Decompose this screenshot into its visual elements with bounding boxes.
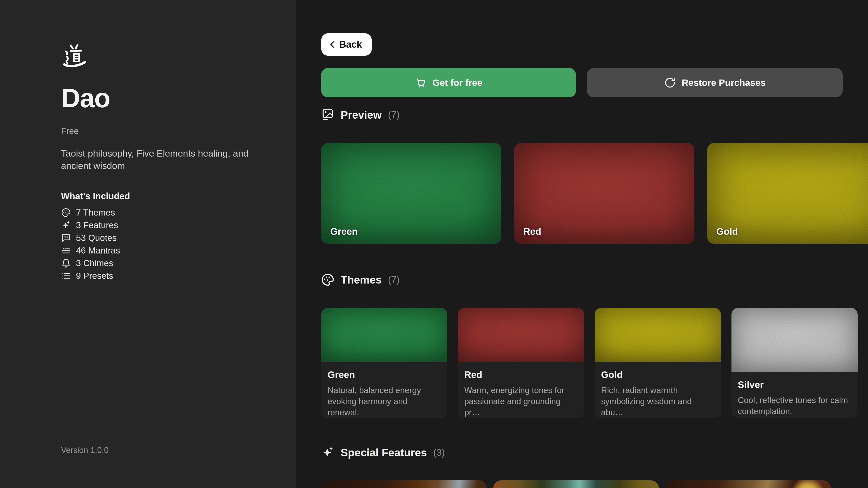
feature-card-1[interactable] bbox=[321, 480, 487, 488]
theme-card-silver[interactable]: Silver Cool, reflective tones for calm c… bbox=[732, 308, 858, 418]
theme-name: Green bbox=[328, 369, 441, 380]
theme-card-green[interactable]: Green Natural, balanced energy evoking h… bbox=[321, 308, 447, 418]
list-item-label: 3 Features bbox=[76, 220, 118, 230]
price-label: Free bbox=[61, 126, 259, 136]
app-window: Dao Free Taoist philosophy, Five Element… bbox=[0, 0, 868, 488]
theme-description: Rich, radiant warmth symbolizing wisdom … bbox=[601, 385, 715, 418]
list-item-label: 46 Mantras bbox=[76, 246, 120, 256]
preview-card-red[interactable]: Red bbox=[514, 143, 694, 244]
preview-card-label: Red bbox=[523, 226, 541, 237]
list-item-themes: 7 Themes bbox=[61, 206, 259, 219]
list-item-chimes: 3 Chimes bbox=[61, 257, 259, 269]
theme-row: Green Natural, balanced energy evoking h… bbox=[321, 308, 843, 418]
palette-icon bbox=[61, 207, 71, 218]
purchase-button-row: Get for free Restore Purchases bbox=[321, 68, 843, 97]
restore-purchases-label: Restore Purchases bbox=[682, 77, 766, 88]
list-item-label: 9 Presets bbox=[76, 271, 113, 281]
app-description: Taoist philosophy, Five Elements healing… bbox=[61, 147, 260, 172]
themes-section-title: Themes bbox=[341, 273, 381, 286]
feature-card-3[interactable] bbox=[665, 480, 831, 488]
theme-card-red[interactable]: Red Warm, energizing tones for passionat… bbox=[458, 308, 584, 418]
main-content: Back Get for free bbox=[296, 0, 868, 488]
list-item-mantras: 46 Mantras bbox=[61, 244, 259, 257]
app-title: Dao bbox=[61, 85, 259, 111]
preview-card-green[interactable]: Green bbox=[321, 143, 501, 244]
preview-row: Green Red Gold bbox=[321, 143, 843, 244]
get-for-free-button[interactable]: Get for free bbox=[321, 68, 576, 97]
preview-card-gold[interactable]: Gold bbox=[707, 143, 868, 244]
theme-swatch-red bbox=[458, 308, 584, 362]
theme-swatch-green bbox=[321, 308, 447, 362]
get-for-free-label: Get for free bbox=[432, 77, 483, 88]
sidebar: Dao Free Taoist philosophy, Five Element… bbox=[0, 0, 296, 488]
quote-bubble-icon bbox=[61, 233, 71, 243]
sparkles-icon bbox=[61, 220, 71, 230]
theme-swatch-silver bbox=[732, 308, 858, 372]
feature-card-2[interactable] bbox=[493, 480, 659, 488]
list-item-label: 7 Themes bbox=[76, 207, 115, 218]
theme-name: Red bbox=[464, 369, 578, 380]
list-item-label: 3 Chimes bbox=[76, 258, 113, 268]
text-quote-icon bbox=[61, 246, 71, 256]
whats-included-title: What's Included bbox=[61, 191, 259, 201]
images-icon bbox=[321, 108, 334, 121]
theme-description: Natural, balanced energy evoking harmony… bbox=[328, 385, 441, 418]
sparkles-icon bbox=[321, 446, 334, 459]
special-features-section-title: Special Features bbox=[341, 447, 427, 459]
preview-section-count: (7) bbox=[388, 109, 399, 120]
theme-card-gold[interactable]: Gold Rich, radiant warmth symbolizing wi… bbox=[595, 308, 721, 418]
chevron-left-icon bbox=[328, 40, 337, 49]
list-icon bbox=[61, 271, 71, 281]
theme-name: Gold bbox=[601, 369, 715, 380]
dao-logo-icon bbox=[61, 42, 88, 68]
special-features-section-count: (3) bbox=[433, 447, 445, 458]
themes-section-header: Themes (7) bbox=[321, 273, 843, 287]
list-item-label: 53 Quotes bbox=[76, 233, 117, 243]
palette-icon bbox=[321, 273, 334, 286]
list-item-presets: 9 Presets bbox=[61, 269, 259, 282]
restore-icon bbox=[664, 77, 676, 89]
special-features-row bbox=[321, 480, 843, 488]
theme-description: Warm, energizing tones for passionate an… bbox=[464, 385, 578, 418]
restore-purchases-button[interactable]: Restore Purchases bbox=[587, 68, 843, 97]
back-button[interactable]: Back bbox=[321, 33, 372, 56]
theme-name: Silver bbox=[738, 379, 851, 390]
cart-icon bbox=[415, 77, 427, 89]
preview-card-label: Green bbox=[330, 226, 358, 237]
bell-icon bbox=[61, 258, 71, 268]
list-item-features: 3 Features bbox=[61, 219, 259, 232]
special-features-section-header: Special Features (3) bbox=[321, 446, 843, 459]
whats-included-list: 7 Themes 3 Features bbox=[61, 206, 259, 282]
theme-description: Cool, reflective tones for calm contempl… bbox=[738, 395, 851, 417]
theme-swatch-gold bbox=[595, 308, 721, 362]
version-label: Version 1.0.0 bbox=[61, 446, 108, 455]
back-button-label: Back bbox=[339, 39, 362, 50]
preview-card-label: Gold bbox=[716, 226, 738, 237]
themes-section-count: (7) bbox=[388, 274, 399, 285]
preview-section-header: Preview (7) bbox=[321, 108, 843, 122]
preview-section-title: Preview bbox=[341, 109, 381, 121]
list-item-quotes: 53 Quotes bbox=[61, 232, 259, 244]
